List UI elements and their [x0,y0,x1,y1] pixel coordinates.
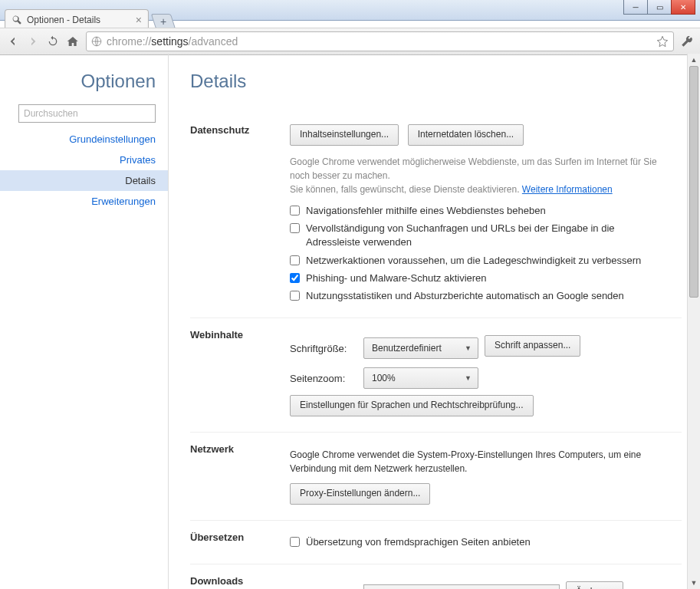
wrench-menu-icon[interactable] [680,35,694,48]
privacy-checkbox-2[interactable] [290,255,300,265]
sidebar-title: Optionen [81,71,156,92]
new-tab-button[interactable]: + [151,14,176,29]
main-content: Details Datenschutz Inhaltseinstellungen… [169,54,700,589]
page-title: Details [190,71,682,92]
privacy-checkbox-label-0: Navigationsfehler mithilfe eines Webdien… [306,204,546,218]
sidebar-search-input[interactable] [18,104,156,123]
privacy-info-text: Google Chrome verwendet möglicherweise W… [290,155,658,196]
font-size-select[interactable]: Benutzerdefiniert▼ [363,337,478,359]
page-zoom-select[interactable]: 100%▼ [363,367,478,389]
content-settings-button[interactable]: Inhaltseinstellungen... [290,124,399,146]
section-webcontent: Webinhalte Schriftgröße: Benutzerdefinie… [190,318,682,433]
privacy-checkbox-label-4: Nutzungsstatistiken und Absturzberichte … [306,289,624,303]
privacy-checkbox-4[interactable] [290,291,300,301]
tab-strip: Optionen - Details × + [5,8,695,29]
translate-offer-checkbox[interactable] [290,537,300,547]
privacy-check-row-3: Phishing- und Malware-Schutz aktivieren [290,271,650,285]
privacy-check-row-4: Nutzungsstatistiken und Absturzberichte … [290,289,650,303]
section-translate: Übersetzen Übersetzung von fremdsprachig… [190,521,682,564]
section-heading-downloads: Downloads [190,575,290,589]
sidebar-item-grundeinstellungen[interactable]: Grundeinstellungen [0,129,168,150]
scroll-down-arrow[interactable]: ▼ [688,577,700,589]
privacy-check-row-1: Vervollständigung von Suchanfragen und U… [290,222,650,249]
section-heading-privacy: Datenschutz [190,124,290,307]
privacy-checkbox-label-3: Phishing- und Malware-Schutz aktivieren [306,271,487,285]
privacy-checkbox-1[interactable] [290,223,300,233]
section-heading-webcontent: Webinhalte [190,329,290,421]
globe-icon [91,36,102,47]
section-network: Netzwerk Google Chrome verwendet die Sys… [190,433,682,521]
vertical-scrollbar[interactable]: ▲ ▼ [687,54,700,589]
download-path-input[interactable] [363,584,560,589]
sidebar: Optionen GrundeinstellungenPrivatesDetai… [0,54,169,589]
chevron-down-icon: ▼ [465,344,472,352]
reload-button[interactable] [46,35,60,48]
font-size-label: Schriftgröße: [290,343,363,354]
network-info-text: Google Chrome verwendet die System-Proxy… [290,448,658,475]
chevron-down-icon: ▼ [465,374,472,382]
wrench-icon [12,15,22,25]
page-zoom-label: Seitenzoom: [290,373,363,384]
translate-checkbox-row: Übersetzung von fremdsprachigen Seiten a… [290,535,650,549]
clear-browsing-data-button[interactable]: Internetdaten löschen... [408,124,524,146]
privacy-learn-more-link[interactable]: Weitere Informationen [522,184,613,195]
sidebar-item-details[interactable]: Details [0,170,168,191]
privacy-checkbox-3[interactable] [290,273,300,283]
tab-close-icon[interactable]: × [136,14,142,26]
download-path-change-button[interactable]: Ändern... [566,581,623,589]
privacy-check-row-0: Navigationsfehler mithilfe eines Webdien… [290,204,650,218]
sidebar-item-privates[interactable]: Privates [0,150,168,170]
privacy-checkbox-0[interactable] [290,206,300,216]
proxy-settings-button[interactable]: Proxy-Einstellungen ändern... [290,483,430,505]
customize-fonts-button[interactable]: Schrift anpassen... [485,335,580,357]
browser-tab[interactable]: Optionen - Details × [5,9,149,29]
bookmark-star-icon[interactable] [656,35,669,48]
tab-title: Optionen - Details [27,15,131,25]
toolbar: chrome://settings/advanced [0,28,700,55]
omnibox[interactable]: chrome://settings/advanced [86,31,674,51]
forward-button[interactable] [26,35,40,48]
back-button[interactable] [6,35,20,48]
privacy-check-row-2: Netzwerkaktionen voraussehen, um die Lad… [290,254,650,268]
privacy-checkbox-label-2: Netzwerkaktionen voraussehen, um die Lad… [306,254,641,268]
language-settings-button[interactable]: Einstellungen für Sprachen und Rechtschr… [290,395,534,416]
section-downloads: Downloads Downloadpfad: Ändern... [190,564,682,589]
sidebar-item-erweiterungen[interactable]: Erweiterungen [0,191,168,212]
section-heading-network: Netzwerk [190,443,290,509]
scroll-up-arrow[interactable]: ▲ [688,54,700,66]
home-button[interactable] [66,35,80,48]
translate-checkbox-label: Übersetzung von fremdsprachigen Seiten a… [306,535,531,549]
section-privacy: Datenschutz Inhaltseinstellungen... Inte… [190,114,682,318]
privacy-checkbox-label-1: Vervollständigung von Suchanfragen und U… [306,222,650,249]
scroll-thumb[interactable] [689,66,698,298]
section-heading-translate: Übersetzen [190,531,290,553]
url-text: chrome://settings/advanced [107,35,238,48]
